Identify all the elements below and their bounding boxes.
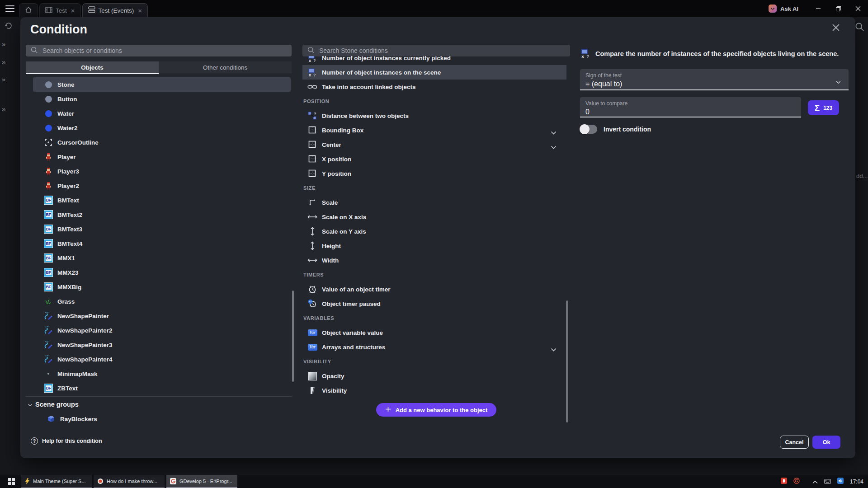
tab-home[interactable] xyxy=(19,3,38,17)
condition-row[interactable]: ?Distance between two objects xyxy=(302,108,566,123)
object-row[interactable]: Player2 xyxy=(33,178,291,193)
volume-tray-icon[interactable] xyxy=(837,478,844,486)
left-scrollbar-thumb[interactable] xyxy=(292,291,294,382)
object-label: Player3 xyxy=(57,168,79,175)
condition-row[interactable]: Object timer paused xyxy=(302,296,566,311)
ask-ai-button[interactable]: Ask AI xyxy=(769,5,798,13)
timer-icon xyxy=(307,285,318,294)
tab-test-events[interactable]: Test (Events) × xyxy=(82,3,148,17)
taskbar-app-button[interactable]: Main Theme (Super S... xyxy=(21,475,92,488)
value-to-compare-field[interactable]: Value to compare 0 xyxy=(580,97,801,117)
tab-other-conditions[interactable]: Other conditions xyxy=(159,61,292,73)
add-behavior-button[interactable]: Add a new behavior to the object xyxy=(376,403,497,417)
conditions-search-input[interactable] xyxy=(318,47,566,55)
object-row[interactable]: BFZBText xyxy=(33,381,291,395)
condition-row[interactable]: Height xyxy=(302,239,566,253)
object-label: ZBText xyxy=(57,385,78,392)
condition-row[interactable]: Scale on X axis xyxy=(302,210,566,224)
object-row[interactable]: MinimapMask xyxy=(33,366,291,381)
condition-row[interactable]: x?Number of object instances on the scen… xyxy=(302,65,566,80)
chevron-down-icon[interactable] xyxy=(551,345,557,353)
visibility-icon xyxy=(307,386,318,395)
condition-row[interactable]: VarObject variable value xyxy=(302,325,566,340)
condition-row[interactable]: Visibility xyxy=(302,383,566,398)
arrow-v-icon xyxy=(307,241,318,250)
collapsed-panel-chevron-icon[interactable]: » xyxy=(2,105,5,113)
close-tab-icon[interactable]: × xyxy=(138,7,142,14)
object-row[interactable]: CursorOutline xyxy=(33,135,291,150)
box-icon xyxy=(307,126,318,135)
condition-row[interactable]: Width xyxy=(302,253,566,267)
object-row[interactable]: Player3 xyxy=(33,164,291,178)
menu-hamburger-icon[interactable] xyxy=(5,5,14,12)
recording-tray-icon[interactable] xyxy=(781,478,787,486)
condition-row[interactable]: Center xyxy=(302,137,566,152)
history-icon xyxy=(5,22,13,32)
object-row[interactable]: Player xyxy=(33,150,291,164)
condition-row[interactable]: X position xyxy=(302,152,566,166)
g-tray-icon[interactable] xyxy=(793,478,800,486)
taskbar-app-button[interactable]: How do I make throw... xyxy=(94,475,165,488)
tray-chevron-up-icon[interactable] xyxy=(812,478,818,486)
collapsed-panel-chevron-icon[interactable]: » xyxy=(2,58,5,66)
window-minimize-button[interactable] xyxy=(808,0,828,17)
object-row[interactable]: NewShapePainter2 xyxy=(33,323,291,338)
taskbar-app-button[interactable]: GDevelop 5 - E:\Progr... xyxy=(166,475,237,488)
start-button[interactable] xyxy=(4,474,19,488)
condition-row[interactable]: VarArrays and structures xyxy=(302,340,566,354)
section-header: VARIABLES xyxy=(302,311,570,325)
object-row[interactable]: Grass xyxy=(33,294,291,309)
object-row[interactable]: Water2 xyxy=(33,121,291,135)
chevron-down-icon[interactable] xyxy=(551,143,557,151)
condition-label: Arrays and structures xyxy=(322,344,385,351)
sigma-123-label: 123 xyxy=(823,105,832,111)
object-row[interactable]: Water xyxy=(33,106,291,121)
object-row[interactable]: NewShapePainter4 xyxy=(33,352,291,366)
sign-of-test-select[interactable]: Sign of the test = (equal to) xyxy=(580,69,849,90)
window-close-button[interactable] xyxy=(848,0,868,17)
condition-row[interactable]: Take into account linked objects xyxy=(302,80,566,94)
collapsed-panel-chevron-icon[interactable]: » xyxy=(2,41,5,48)
clock[interactable]: 17:04 xyxy=(850,479,863,485)
tab-test-scene[interactable]: Test × xyxy=(39,3,81,17)
object-row[interactable]: BFBMText xyxy=(33,193,291,207)
object-row[interactable]: BFMMXBig xyxy=(33,280,291,294)
help-link[interactable]: ? Help for this condition xyxy=(31,437,102,445)
dialog-close-icon[interactable] xyxy=(832,23,840,33)
condition-row[interactable]: Scale xyxy=(302,195,566,210)
sign-of-test-label: Sign of the test xyxy=(585,72,843,79)
chevron-down-icon[interactable] xyxy=(551,128,557,136)
conditions-scrollbar-thumb[interactable] xyxy=(566,300,568,422)
cancel-button[interactable]: Cancel xyxy=(780,436,809,449)
player-icon xyxy=(43,168,54,175)
expression-builder-button[interactable]: Σ 123 xyxy=(808,100,839,115)
condition-row[interactable]: Scale on Y axis xyxy=(302,224,566,239)
condition-row[interactable]: Bounding Box xyxy=(302,123,566,137)
object-row[interactable]: Stone xyxy=(33,77,291,92)
condition-row[interactable]: Opacity xyxy=(302,369,566,383)
object-row[interactable]: BFBMText4 xyxy=(33,236,291,251)
group-row[interactable]: RayBlockers xyxy=(33,412,291,426)
condition-row[interactable]: x?Number of object instances currently p… xyxy=(302,56,566,65)
object-row[interactable]: BFBMText2 xyxy=(33,207,291,222)
object-row[interactable]: NewShapePainter xyxy=(33,309,291,323)
objects-search[interactable] xyxy=(26,45,292,56)
keyboard-tray-icon[interactable] xyxy=(824,478,831,486)
condition-row[interactable]: Y position xyxy=(302,166,566,181)
ok-button[interactable]: Ok xyxy=(812,436,840,449)
condition-row[interactable]: Value of an object timer xyxy=(302,282,566,296)
object-row[interactable]: Button xyxy=(33,92,291,106)
conditions-search[interactable] xyxy=(302,45,570,56)
object-row[interactable]: BFMMX1 xyxy=(33,251,291,265)
object-row[interactable]: BFBMText3 xyxy=(33,222,291,236)
tab-objects[interactable]: Objects xyxy=(26,61,159,73)
objects-search-input[interactable] xyxy=(42,47,287,55)
object-row[interactable]: BFMMX23 xyxy=(33,265,291,280)
invert-condition-toggle[interactable] xyxy=(580,125,597,134)
object-row[interactable]: NewShapePainter3 xyxy=(33,338,291,352)
collapsed-panel-chevron-icon[interactable]: » xyxy=(2,76,5,83)
window-restore-button[interactable] xyxy=(828,0,848,17)
close-tab-icon[interactable]: × xyxy=(71,7,75,14)
screen: » » » » dd... Test × xyxy=(0,0,868,488)
scene-groups-header[interactable]: Scene groups xyxy=(28,397,79,412)
